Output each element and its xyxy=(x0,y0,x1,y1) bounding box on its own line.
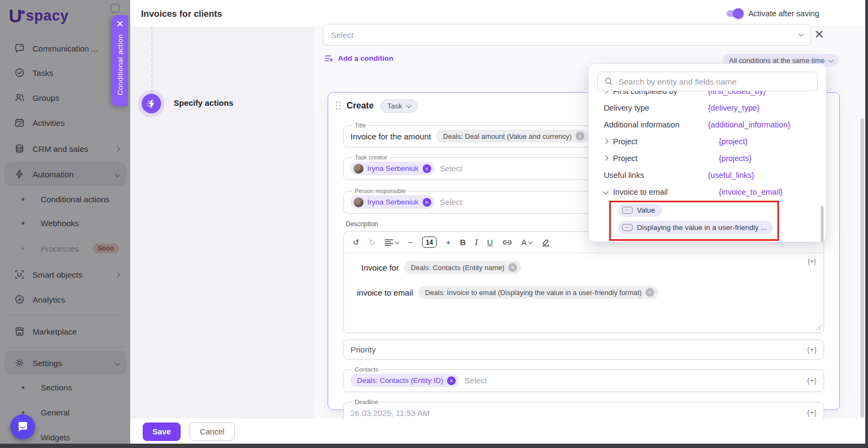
remove-chip-icon[interactable]: × xyxy=(576,132,584,140)
insert-variable-button[interactable]: {+} xyxy=(808,258,816,265)
insert-variable-button[interactable]: {+} xyxy=(807,409,817,417)
window-edge-bottom xyxy=(0,444,868,448)
font-size-minus-icon[interactable]: − xyxy=(408,238,413,247)
resize-handle[interactable] xyxy=(816,325,821,330)
description-chip-1[interactable]: Deals: Contacts (Entity name) × xyxy=(404,261,521,274)
text-color-icon[interactable]: A xyxy=(521,238,532,247)
conditional-action-modal: Invoices for clients Activate after savi… xyxy=(130,0,868,448)
priority-field[interactable]: Priority {+} xyxy=(343,340,824,360)
list-item[interactable]: Delivery type {delivery_type} xyxy=(604,99,826,116)
conditional-action-tab[interactable]: ✕ Conditional action xyxy=(112,15,128,106)
field-token: {projects} xyxy=(719,154,751,163)
chevron-down-icon xyxy=(603,189,609,195)
close-icon[interactable]: ✕ xyxy=(116,20,124,29)
save-button[interactable]: Save xyxy=(143,423,181,441)
step-label: Specify actions xyxy=(174,98,233,107)
bold-icon[interactable]: B xyxy=(460,238,466,247)
link-icon[interactable] xyxy=(502,239,512,246)
list-item[interactable]: Additional information {additional_infor… xyxy=(604,116,826,133)
field-label: Project xyxy=(613,154,637,163)
description-editor[interactable]: ↺ ↻ − 14 + B I U A xyxy=(343,231,824,333)
modal-header: Invoices for clients Activate after savi… xyxy=(130,0,868,27)
add-condition-button[interactable]: Add a condition xyxy=(324,54,393,62)
chat-widget-button[interactable] xyxy=(10,414,35,439)
task-creator-chip[interactable]: Iryna Serbeniuk × xyxy=(350,162,435,175)
remove-chip-icon[interactable]: × xyxy=(508,263,517,272)
chevron-down-icon xyxy=(395,239,399,244)
chevron-down-icon xyxy=(799,31,804,37)
avatar xyxy=(354,164,363,174)
italic-icon[interactable]: I xyxy=(475,238,478,247)
title-variable-chip[interactable]: Deals: Deal amount (Value and currency) … xyxy=(436,130,589,143)
list-item[interactable]: Useful links {useful_links} xyxy=(604,167,826,183)
deadline-value: 26.03.2025, 11:53 AM xyxy=(350,408,430,418)
remove-condition-icon[interactable]: ✕ xyxy=(813,28,826,41)
chevron-right-icon xyxy=(603,139,609,144)
backdrop-overlay xyxy=(0,0,130,448)
app-window: U spacy Communication ... Tasks Groups A… xyxy=(0,0,868,448)
field-label: Useful links xyxy=(604,171,644,180)
deadline-label: Deadline xyxy=(353,399,380,405)
create-label: Create xyxy=(347,101,374,111)
font-size-plus-icon[interactable]: + xyxy=(446,238,451,247)
toggle-label: Activate after saving xyxy=(748,9,819,18)
remove-chip-icon[interactable]: × xyxy=(646,288,654,297)
select-placeholder: Select xyxy=(331,30,354,40)
redo-icon[interactable]: ↻ xyxy=(369,238,376,247)
undo-icon[interactable]: ↺ xyxy=(353,238,360,247)
search-input[interactable] xyxy=(618,77,810,86)
list-item[interactable]: First completed by {first_closed_by} xyxy=(604,91,826,99)
field-list: First completed by {first_closed_by} Del… xyxy=(589,91,826,242)
condition-select[interactable]: Select xyxy=(323,24,811,46)
align-icon[interactable] xyxy=(385,239,399,246)
chevron-right-icon xyxy=(603,91,609,93)
page-scrollbar-thumb[interactable] xyxy=(860,118,864,418)
contacts-field[interactable]: Contacts Deals: Contacts (Entity ID) × S… xyxy=(343,366,824,392)
drag-handle-icon[interactable] xyxy=(336,101,341,110)
list-item[interactable]: Project {projects} xyxy=(604,150,826,167)
remove-chip-icon[interactable]: × xyxy=(423,198,431,207)
title-field-label: Title xyxy=(353,122,368,129)
font-size-value[interactable]: 14 xyxy=(422,236,437,248)
field-label: Invoice to email xyxy=(613,188,668,196)
toggle-knob xyxy=(733,8,744,19)
editor-content[interactable]: Invoice for Deals: Contacts (Entity name… xyxy=(344,253,824,299)
insert-variable-button[interactable]: {+} xyxy=(807,377,817,385)
chip-label: Iryna Serbeniuk xyxy=(367,164,419,172)
remove-chip-icon[interactable]: × xyxy=(423,164,431,173)
conditions-mode-label: All conditions at the same time xyxy=(729,56,825,65)
underline-icon[interactable]: U xyxy=(487,238,493,247)
list-item[interactable]: Project {project} xyxy=(604,133,826,150)
field-label: Delivery type xyxy=(604,104,649,112)
description-chip-2[interactable]: Deals: Invoice to email (Displaying the … xyxy=(418,286,659,299)
steps-column: Specify actions xyxy=(130,27,315,419)
insert-variable-button[interactable]: {+} xyxy=(807,346,817,354)
avatar xyxy=(354,197,363,207)
entity-type-select[interactable]: Task xyxy=(380,99,418,113)
dropdown-scrollbar-thumb[interactable] xyxy=(821,206,824,242)
sub-option-value[interactable]: ⋯ Value xyxy=(618,203,662,217)
activate-toggle[interactable] xyxy=(726,10,742,17)
chip-label: Deals: Contacts (Entity ID) xyxy=(357,376,443,385)
list-item-invoice-to-email[interactable]: Invoice to email {invoice_to_email} xyxy=(604,183,826,200)
cancel-button[interactable]: Cancel xyxy=(189,423,235,441)
braces-icon: ⋯ xyxy=(622,207,633,214)
select-placeholder: Select xyxy=(440,164,463,173)
chevron-right-icon xyxy=(603,156,609,161)
contacts-chip[interactable]: Deals: Contacts (Entity ID) × xyxy=(350,374,459,387)
field-label: Project xyxy=(613,137,637,146)
highlight-icon[interactable] xyxy=(541,238,550,247)
chip-label: Deals: Contacts (Entity name) xyxy=(411,264,505,272)
person-responsible-chip[interactable]: Iryna Serbeniuk × xyxy=(350,195,435,209)
chat-bubble-icon xyxy=(16,420,29,433)
sub-option-label: Value xyxy=(637,206,655,214)
search-box[interactable] xyxy=(597,72,818,91)
search-icon xyxy=(604,77,613,86)
filter-plus-icon xyxy=(324,54,334,62)
field-token: {first_closed_by} xyxy=(708,91,765,95)
description-text-2: invoice to email xyxy=(357,288,413,297)
field-label: Additional information xyxy=(604,120,679,129)
sub-option-display-format[interactable]: ⋯ Displaying the value in a user-friendl… xyxy=(618,221,773,234)
field-token: {project} xyxy=(719,137,748,146)
remove-chip-icon[interactable]: × xyxy=(447,376,456,385)
